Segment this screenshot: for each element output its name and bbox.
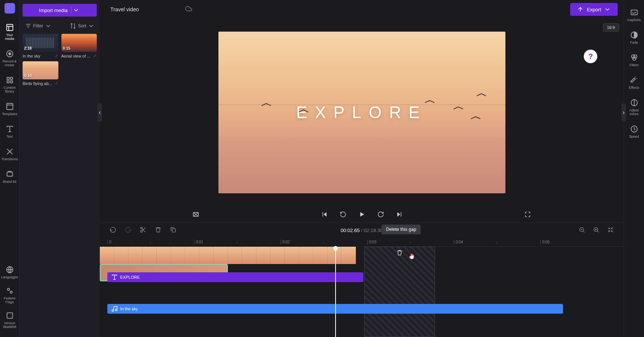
sidebar-item-templates[interactable]: Templates [0,99,19,120]
timeline-ruler[interactable]: 0 0:01 0:02 0:03 0:04 0:05 [100,238,624,247]
collapse-properties-panel-handle[interactable]: › [621,103,626,121]
sidebar-label: Content library [2,86,18,93]
project-name-input[interactable] [106,4,181,15]
bird-decoration [453,106,464,111]
ruler-mark: 0:04 [454,240,463,244]
check-icon: ✓ [93,53,97,58]
media-item[interactable]: 0:10 Birds flying ab...✓ [23,61,58,86]
delete-button[interactable] [153,224,164,237]
playback-controls [100,206,624,223]
properties-item-speed[interactable]: Speed [624,121,644,142]
playhead[interactable] [335,247,336,337]
audio-track-label: In the sky [120,307,138,311]
fit-timeline-button[interactable] [605,224,616,237]
record-icon [6,50,14,58]
video-preview[interactable]: EXPLORE [218,32,505,193]
properties-item-fade[interactable]: Fade [624,27,644,48]
fullscreen-button[interactable] [522,209,533,220]
next-button[interactable] [394,209,405,220]
media-duration: 0:15 [63,46,70,50]
templates-icon [6,102,14,111]
svg-rect-5 [7,81,9,83]
flag-icon [6,287,14,295]
timeline-gap-region[interactable] [364,247,435,337]
sort-button[interactable]: Sort [70,23,95,29]
sidebar-label: Templates [2,112,17,116]
import-dropdown-toggle[interactable] [71,7,80,14]
sidebar-label: Feature Flags [1,296,18,304]
version-icon [6,311,14,320]
media-name-label: In the sky [23,54,40,58]
forward-button[interactable] [375,209,386,220]
speed-icon [630,125,638,133]
properties-item-effects[interactable]: Effects [624,72,644,93]
export-label: Export [587,7,601,12]
export-button[interactable]: Export [570,3,618,16]
sidebar-item-record[interactable]: Record & create [0,46,19,71]
check-icon: ✓ [55,53,58,58]
media-name-label: Aerial view of ... [61,54,91,58]
sidebar-item-text[interactable]: Text [0,121,19,142]
video-track-clip-1[interactable] [100,247,356,264]
bird-decoration [425,100,435,104]
captions-icon [630,8,638,17]
aspect-ratio-button[interactable]: 16:9 [603,23,619,32]
media-duration: 2:18 [24,46,32,50]
cloud-sync-icon[interactable] [185,5,192,14]
media-item[interactable]: 0:15 Aerial view of ...✓ [61,34,97,58]
zoom-in-button[interactable] [591,224,602,237]
filter-button[interactable]: Filter [25,23,52,29]
help-button[interactable]: ? [584,50,597,63]
split-button[interactable] [137,224,149,237]
timeline-toolbar: 00:02.65 / 02:18.30 Delete this gap [100,223,624,238]
previous-button[interactable] [319,209,330,220]
preview-area: ‹ EXPLORE 16:9 › ? [100,19,624,206]
sidebar-item-your-media[interactable]: Your media [0,20,19,44]
top-bar: Export [100,0,624,19]
sidebar-item-languages[interactable]: Languages [0,262,20,283]
safe-zones-button[interactable] [190,209,201,220]
bird-decoration [261,103,272,107]
left-navigation-rail: Your media Record & create Content libra… [0,0,20,337]
sidebar-item-version[interactable]: Version 9ba8658 [0,308,20,332]
properties-item-captions[interactable]: Captions [624,5,644,26]
undo-button[interactable] [107,224,119,237]
chevron-down-icon [604,6,611,13]
properties-item-adjust-colors[interactable]: Adjust colors [624,95,644,120]
transitions-icon [6,147,14,156]
timeline[interactable]: 0 0:01 0:02 0:03 0:04 0:05 EXPLORE [100,238,624,337]
sort-icon [70,23,76,29]
fade-icon [630,31,638,39]
text-track-clip[interactable]: EXPLORE [107,272,363,282]
sidebar-item-feature-flags[interactable]: Feature Flags [0,283,20,308]
redo-button[interactable] [122,224,134,237]
current-time: 00:02.65 [340,228,360,233]
media-thumbnail-video[interactable]: 0:10 [23,61,58,79]
duplicate-button[interactable] [168,224,179,237]
delete-gap-button[interactable] [396,249,403,258]
app-logo[interactable] [5,3,15,14]
play-button[interactable] [356,209,368,220]
rewind-button[interactable] [337,209,349,220]
sort-label: Sort [78,23,86,29]
sidebar-label: Your media [2,33,18,41]
media-thumbnail-audio[interactable]: 2:18 [23,34,58,52]
sidebar-label: 9ba8658 [3,325,16,329]
collapse-media-panel-handle[interactable]: ‹ [98,103,102,121]
sidebar-item-transitions[interactable]: Transitions [0,144,19,165]
sidebar-item-content-library[interactable]: Content library [0,72,19,97]
timeline-tracks[interactable]: EXPLORE In the sky [100,247,624,337]
media-thumbnail-video[interactable]: 0:15 [61,34,97,52]
text-icon [6,125,14,133]
media-item[interactable]: 2:18 In the sky✓ [23,34,58,58]
sidebar-item-brand-kit[interactable]: Brand kit [0,166,19,187]
sidebar-label: Transitions [2,157,18,161]
preview-overlay-text: EXPLORE [296,103,427,122]
brand-kit-icon [6,170,14,178]
zoom-out-button[interactable] [576,224,588,237]
import-media-button[interactable]: Import media [23,4,97,17]
main-area: Export ‹ EXPLORE 16:9 › ? [100,0,624,337]
properties-item-filters[interactable]: Filters [624,50,644,71]
adjust-colors-icon [630,99,638,107]
media-duration: 0:10 [24,74,32,78]
